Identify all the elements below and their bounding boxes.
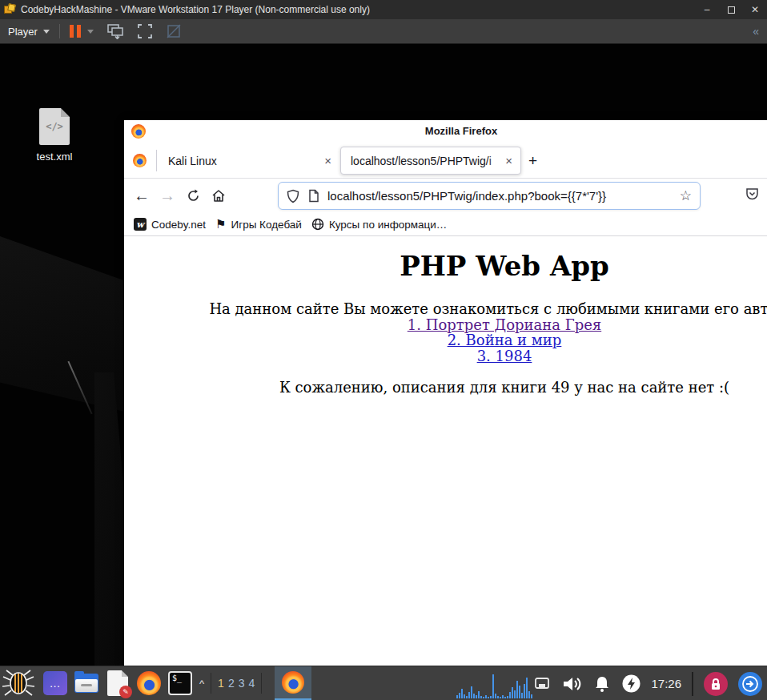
volume-tray-icon[interactable] (561, 674, 582, 694)
power-manager-tray-icon[interactable] (622, 674, 641, 693)
launcher-text-editor[interactable]: ✎ (105, 670, 131, 696)
bookmark-label: Курсы по информаци… (329, 219, 447, 231)
page-info-icon (308, 189, 319, 203)
flag-icon: ⚑ (215, 217, 226, 231)
not-found-message: К сожалению, описания для книги 49 у нас… (124, 379, 767, 396)
maximize-button[interactable] (719, 0, 743, 19)
book-link-3[interactable]: 3. 1984 (124, 348, 767, 364)
home-icon (211, 189, 226, 203)
taskbar-window-firefox[interactable] (275, 666, 311, 700)
code-glyph: </> (39, 121, 70, 132)
clock[interactable]: 17:26 (651, 677, 681, 690)
home-button[interactable] (206, 183, 231, 209)
power-bolt-icon (622, 674, 641, 693)
bookmark-courses[interactable]: Курсы по информаци… (311, 218, 447, 231)
firefox-window-title: Mozilla Firefox (425, 125, 497, 137)
workspace-switcher[interactable]: 1 2 3 4 (218, 677, 255, 690)
firefox-logo-icon (282, 671, 304, 694)
reload-button[interactable] (180, 183, 206, 209)
terminal-icon: $_ (168, 671, 192, 695)
player-menu[interactable]: Player (8, 26, 50, 38)
cpu-usage-graph (456, 671, 532, 698)
tab-close-icon[interactable]: × (324, 154, 331, 167)
book-link-2[interactable]: 2. Война и мир (124, 332, 767, 348)
tab-bar: Kali Linux × localhost/lesson5/PHPTwig/i… (124, 143, 767, 179)
bookmark-games[interactable]: ⚑ Игры Кодебай (215, 217, 302, 231)
collapse-toolbar-button[interactable]: « (753, 25, 757, 38)
player-menu-label: Player (8, 26, 38, 38)
back-button[interactable]: ← (129, 183, 155, 209)
pocket-icon (745, 187, 760, 202)
shield-icon (287, 189, 299, 203)
unity-disabled-icon (166, 23, 182, 39)
chevron-down-icon (87, 30, 94, 34)
files-icon: … (43, 671, 67, 695)
launcher-files[interactable]: … (42, 670, 68, 696)
firefox-logo-icon (137, 671, 161, 695)
url-text[interactable]: localhost/lesson5/PHPTwig/index.php?book… (327, 189, 673, 203)
navigation-toolbar: ← → localhost (124, 179, 767, 213)
send-ctrl-alt-del-button[interactable] (106, 23, 124, 39)
panel-expand-button[interactable]: ^ (199, 678, 204, 690)
url-bar[interactable]: localhost/lesson5/PHPTwig/index.php?book… (278, 182, 701, 210)
pause-icon (70, 25, 81, 38)
vm-desktop: </> test.xml Mozilla Firefox Kali Linux … (0, 44, 767, 700)
vmware-toolbar: Player « (0, 19, 767, 44)
workspace-4[interactable]: 4 (249, 677, 255, 690)
bookmark-label: Игры Кодебай (231, 219, 302, 231)
tab-label: localhost/lesson5/PHPTwig/i (351, 155, 505, 167)
launcher-firefox[interactable] (136, 670, 162, 696)
logout-arrow-icon (741, 675, 759, 693)
fullscreen-button[interactable] (137, 23, 153, 39)
tray-divider (692, 672, 693, 696)
close-button[interactable]: ✕ (743, 0, 767, 19)
padlock-icon (710, 678, 721, 690)
bookmark-star-icon[interactable]: ☆ (680, 187, 692, 204)
panel-divider (261, 673, 262, 694)
minimize-button[interactable]: – (695, 0, 719, 19)
desktop-icon-testxml[interactable]: </> test.xml (22, 108, 86, 163)
suspend-vm-button[interactable] (70, 25, 94, 38)
desktop-icon-label: test.xml (22, 151, 86, 163)
page-content: PHP Web App На данном сайте Вы можете оз… (124, 237, 767, 681)
bookmarks-toolbar: w Codeby.net ⚑ Игры Кодебай Курсы по инф… (124, 213, 767, 236)
system-tray: 17:26 (533, 666, 762, 700)
notification-tray-icon[interactable] (592, 674, 612, 694)
fullscreen-icon (137, 23, 153, 39)
chevron-down-icon (43, 30, 50, 34)
firefox-logo-icon (131, 124, 146, 139)
unity-mode-button-disabled (166, 23, 182, 39)
vmware-app-icon (4, 4, 16, 16)
launcher-file-manager[interactable] (74, 670, 99, 696)
firefox-titlebar[interactable]: Mozilla Firefox (124, 120, 767, 143)
tab-kali-linux[interactable]: Kali Linux × (157, 147, 339, 175)
xml-file-icon: </> (39, 108, 70, 145)
workspace-2[interactable]: 2 (228, 677, 235, 690)
kali-menu-button[interactable] (0, 666, 37, 700)
network-tray-icon[interactable] (533, 677, 551, 691)
panel-divider (211, 673, 211, 694)
ethernet-icon (533, 677, 551, 691)
tab-close-icon[interactable]: × (505, 154, 512, 167)
workspace-1[interactable]: 1 (218, 677, 224, 690)
launcher-terminal[interactable]: $_ (167, 670, 193, 696)
toolbar-divider (59, 24, 60, 38)
bookmark-label: Codeby.net (151, 219, 206, 231)
vmware-window-title: CodebyHackMashine - VMware Workstation 1… (21, 4, 370, 15)
bookmark-codeby[interactable]: w Codeby.net (134, 218, 206, 231)
codeby-favicon: w (134, 218, 147, 231)
page-title: PHP Web App (124, 250, 767, 282)
lock-screen-button[interactable] (704, 672, 728, 696)
pocket-button[interactable] (745, 187, 760, 202)
kali-bug-icon (2, 669, 35, 698)
new-tab-button[interactable]: + (528, 152, 537, 170)
intro-text: На данном сайте Вы можете ознакомиться с… (124, 301, 767, 317)
logout-button[interactable] (738, 672, 762, 696)
monitor-arrow-icon (106, 23, 124, 39)
book-link-1[interactable]: 1. Портрет Дориана Грея (124, 317, 767, 333)
globe-icon (311, 218, 324, 231)
tab-localhost-active[interactable]: localhost/lesson5/PHPTwig/i × (340, 147, 521, 175)
reload-icon (187, 189, 200, 203)
workspace-3[interactable]: 3 (239, 677, 245, 690)
pencil-badge-icon: ✎ (119, 686, 132, 698)
